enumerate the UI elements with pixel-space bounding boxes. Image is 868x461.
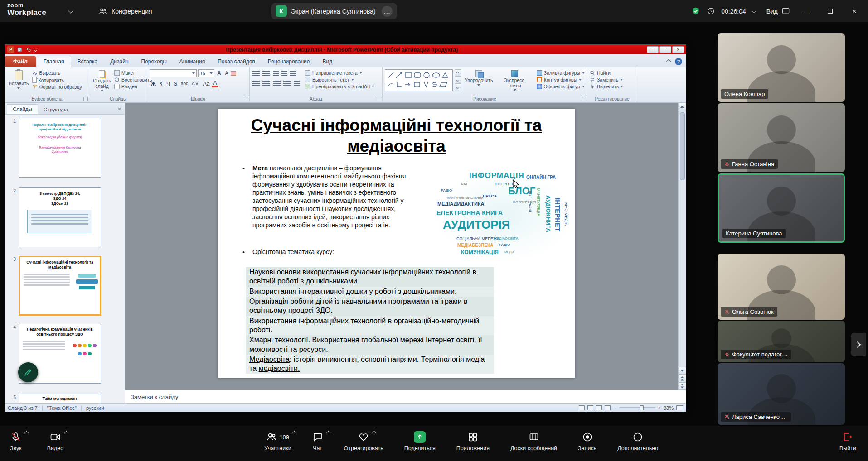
justify-button[interactable] [283, 81, 291, 87]
tab-design[interactable]: Дизайн [104, 56, 135, 67]
record-button[interactable]: Запись [578, 431, 596, 451]
fit-to-window-button[interactable] [676, 405, 683, 410]
workspace-chevron-icon[interactable] [68, 8, 73, 13]
tab-view[interactable]: Вид [316, 56, 339, 67]
slide-2-thumbnail[interactable]: З семестр ДВП(ДВ)-24,ЗДО-24ЗДОсн-23 [19, 187, 101, 247]
increase-indent-button[interactable] [281, 71, 287, 77]
numbering-button[interactable] [262, 71, 270, 77]
participants-chevron-icon[interactable] [292, 431, 297, 436]
shape-fill-button[interactable]: Заливка фигуры [537, 70, 585, 76]
slide-canvas[interactable]: Сучасні інформаційні технології та медіа… [218, 109, 575, 378]
tab-review[interactable]: Рецензирование [262, 56, 316, 67]
close-button[interactable]: × [845, 5, 863, 18]
language-indicator[interactable]: русский [86, 405, 104, 411]
restore-button[interactable] [821, 5, 839, 18]
arrange-button[interactable]: Упорядочить [463, 69, 495, 96]
notes-pane[interactable]: Заметки к слайду [125, 390, 686, 403]
text-shadow-button[interactable]: S [172, 81, 179, 87]
minimize-button[interactable]: — [796, 5, 815, 18]
zoom-out-button[interactable]: − [613, 405, 616, 411]
grow-font-button[interactable]: А [216, 70, 223, 77]
chat-button[interactable]: Чат [312, 431, 323, 451]
reading-view-button[interactable] [596, 405, 602, 410]
video-tile-olena[interactable]: Олена Ковшар [718, 33, 845, 102]
character-spacing-button[interactable]: AV [190, 81, 201, 86]
slideshow-view-button[interactable] [605, 405, 611, 410]
new-slide-button[interactable]: Создать слайд [92, 69, 112, 96]
reset-button[interactable]: Восстановить [114, 77, 152, 82]
ppt-restore-button[interactable] [659, 46, 671, 53]
screen-share-options-button[interactable]: … [382, 6, 393, 17]
copy-button[interactable]: Копировать [32, 77, 82, 83]
scroll-down-button[interactable] [679, 367, 686, 375]
format-painter-button[interactable]: Формат по образцу [32, 84, 82, 90]
decrease-indent-button[interactable] [273, 71, 279, 77]
tab-file[interactable]: Файл [5, 56, 36, 67]
tab-home[interactable]: Главная [37, 56, 71, 67]
next-slide-button[interactable] [679, 382, 686, 390]
tab-slideshow[interactable]: Показ слайдов [211, 56, 262, 67]
undo-icon[interactable] [25, 47, 31, 53]
save-icon[interactable] [17, 47, 23, 53]
zoom-slider-thumb[interactable] [640, 405, 644, 410]
apps-button[interactable]: Приложения [456, 431, 490, 451]
italic-button[interactable]: К [158, 81, 164, 87]
tab-animations[interactable]: Анимация [173, 56, 211, 67]
chat-chevron-icon[interactable] [326, 431, 330, 436]
tab-outline[interactable]: Структура [38, 105, 74, 114]
section-button[interactable]: Раздел [114, 84, 152, 89]
align-text-button[interactable]: Выровнять текст [305, 77, 374, 82]
text-direction-button[interactable]: Направление текста [305, 70, 374, 76]
normal-view-button[interactable] [579, 405, 585, 410]
shapes-scroll-up[interactable] [455, 69, 461, 77]
ppt-close-button[interactable]: × [672, 46, 684, 53]
slide-5-thumbnail[interactable]: Тайм-менеджмент [19, 394, 101, 403]
video-tile-kateryna-active-speaker[interactable]: Катерина Суятинова [718, 173, 845, 243]
boards-button[interactable]: Доски сообщений [510, 431, 557, 451]
align-right-button[interactable] [273, 81, 281, 87]
zoom-slider[interactable] [619, 407, 655, 408]
replace-button[interactable]: Заменить [590, 77, 623, 82]
vertical-scrollbar[interactable] [678, 103, 686, 390]
smartart-button[interactable]: Преобразовать в SmartArt [305, 84, 374, 89]
select-button[interactable]: Выделить [590, 84, 623, 89]
shapes-gallery[interactable] [385, 69, 453, 91]
layout-button[interactable]: Макет [114, 70, 152, 76]
bullets-button[interactable] [252, 71, 260, 77]
shape-outline-button[interactable]: Контур фигуры [537, 77, 585, 82]
video-tile-faculty[interactable]: Факультет педагог… [718, 321, 845, 362]
align-left-button[interactable] [252, 81, 260, 87]
strikethrough-button[interactable]: abc [179, 81, 189, 86]
leave-meeting-button[interactable]: Выйти [839, 431, 856, 451]
change-case-button[interactable]: Аа [202, 81, 211, 87]
font-size-combo[interactable]: 15 [198, 69, 214, 77]
annotation-pencil-button[interactable] [18, 362, 38, 382]
align-center-button[interactable] [262, 81, 270, 87]
underline-button[interactable]: Ч [165, 81, 171, 87]
shrink-font-button[interactable]: А [224, 71, 230, 76]
bold-button[interactable]: Ж [150, 81, 157, 87]
find-button[interactable]: Найти [590, 70, 623, 76]
quick-styles-button[interactable]: Экспресс-стили [497, 69, 533, 96]
share-screen-button[interactable]: Поделиться [404, 431, 436, 451]
slide-1-thumbnail[interactable]: Перелік вибіркових дисциплінпрофесійної … [19, 118, 101, 178]
react-chevron-icon[interactable] [372, 431, 377, 436]
react-button[interactable]: Отреагировать [344, 431, 383, 451]
tab-transitions[interactable]: Переходы [135, 56, 173, 67]
scroll-up-button[interactable] [679, 103, 686, 110]
font-color-button[interactable]: А [212, 80, 218, 87]
encryption-shield-icon[interactable] [691, 6, 701, 16]
timer-chevron-icon[interactable] [752, 9, 756, 14]
columns-button[interactable] [294, 81, 300, 87]
close-panel-button[interactable]: × [114, 106, 125, 114]
collapse-gallery-button[interactable] [851, 333, 866, 356]
tab-slides-thumbnails[interactable]: Слайды [7, 104, 38, 114]
tab-insert[interactable]: Вставка [71, 56, 104, 67]
meeting-tab[interactable]: Конференция [93, 4, 158, 19]
shapes-scroll-down[interactable] [455, 77, 461, 84]
line-spacing-button[interactable] [290, 71, 296, 77]
cut-button[interactable]: Вырезать [32, 70, 82, 76]
video-tile-hanna[interactable]: Ганна Останіна [718, 103, 845, 172]
screen-share-tab[interactable]: К Экран (Катерина Суятинова) … [271, 3, 397, 19]
help-button[interactable]: ? [675, 58, 682, 65]
